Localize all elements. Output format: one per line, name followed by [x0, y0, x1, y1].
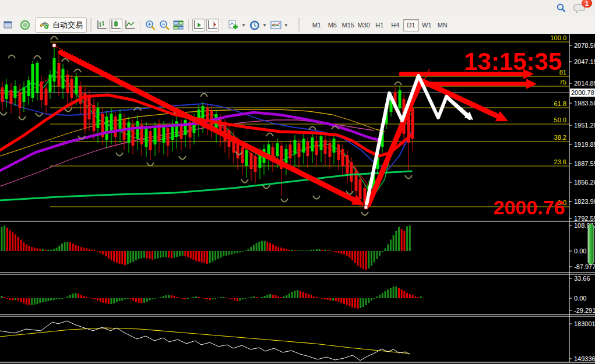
trader-hat-icon — [40, 20, 50, 30]
toolbar-separator — [188, 19, 189, 31]
timeframe-toolbar-grip[interactable] — [297, 19, 301, 31]
template-dropdown-caret[interactable]: ▼ — [284, 23, 288, 28]
svg-text:2000.78: 2000.78 — [571, 89, 594, 96]
svg-text:2000.76: 2000.76 — [494, 196, 565, 218]
svg-text:61.8: 61.8 — [554, 100, 566, 107]
svg-text:1919.85: 1919.85 — [574, 141, 595, 148]
candlestick-mode-button[interactable] — [110, 19, 122, 31]
toolbar-grip[interactable] — [89, 19, 93, 31]
svg-text:75: 75 — [559, 79, 566, 86]
timeframe-button-H1[interactable]: H1 — [372, 19, 388, 31]
toolbar-separator — [223, 19, 223, 31]
timeframe-button-M30[interactable]: M30 — [356, 19, 372, 31]
timeframe-button-M1[interactable]: M1 — [309, 19, 325, 31]
chart-area[interactable]: 100.0817561.850.038.223.60.02078.502047.… — [0, 34, 595, 364]
line-chart-icon — [124, 20, 136, 30]
chart-template-icon — [270, 20, 282, 30]
periods-button[interactable] — [248, 19, 261, 31]
candlestick-icon — [110, 20, 122, 30]
svg-text:1792.55: 1792.55 — [574, 215, 595, 222]
svg-text:38.2: 38.2 — [554, 134, 566, 141]
svg-text:1823.90: 1823.90 — [574, 198, 595, 205]
svg-text:23.6: 23.6 — [554, 158, 566, 165]
bar-chart-mode-button[interactable] — [96, 19, 108, 31]
chart-shift-button[interactable] — [206, 19, 219, 31]
auto-trading-button[interactable]: 自动交易 — [36, 17, 87, 33]
tile-windows-icon — [172, 20, 184, 30]
add-indicator-icon — [227, 20, 240, 31]
periods-dropdown-caret[interactable]: ▼ — [262, 23, 267, 28]
auto-scroll-button[interactable] — [192, 19, 205, 31]
svg-text:18300102: 18300102 — [574, 320, 595, 327]
notification-badge: 1 — [582, 0, 592, 8]
main-toolbar: 自动交易 — [0, 16, 595, 34]
svg-text:2047.15: 2047.15 — [574, 58, 595, 65]
signal-icon[interactable] — [19, 19, 31, 31]
zoom-in-button[interactable] — [144, 19, 157, 31]
zoom-out-button[interactable] — [158, 19, 171, 31]
line-chart-mode-button[interactable] — [124, 19, 136, 31]
svg-text:1856.20: 1856.20 — [574, 179, 595, 186]
timeframe-button-D1[interactable]: D1 — [403, 19, 419, 31]
current-price-label: 2000.78 — [570, 89, 595, 97]
svg-text:14933647: 14933647 — [574, 355, 595, 362]
timeframe-button-MN[interactable]: MN — [435, 19, 450, 31]
chat-icon[interactable]: 1 — [573, 2, 587, 15]
timeframe-toolbar: M1M5M15M30H1H4D1W1MN — [309, 19, 450, 31]
svg-text:100.0: 100.0 — [550, 34, 566, 41]
chart-scrollbar-thumb[interactable] — [588, 224, 594, 264]
timeframe-button-W1[interactable]: W1 — [419, 19, 435, 31]
svg-text:33.66: 33.66 — [574, 275, 590, 282]
indicators-dropdown-caret[interactable]: ▼ — [241, 23, 246, 28]
timeframe-button-M15[interactable]: M15 — [340, 19, 356, 31]
trading-terminal-window: { "topbar": { "chat_badge": "1", "icons"… — [0, 0, 595, 364]
search-icon[interactable] — [555, 2, 568, 15]
partial-left-icon[interactable] — [1, 19, 13, 31]
timeframe-button-H4[interactable]: H4 — [388, 19, 403, 31]
svg-text:2078.50: 2078.50 — [574, 42, 595, 49]
zoom-out-icon — [159, 20, 170, 31]
svg-text:-29.2915: -29.2915 — [574, 307, 595, 314]
magnifier-glyph — [556, 3, 566, 13]
toolbar-separator — [140, 19, 140, 31]
auto-trading-label: 自动交易 — [52, 20, 83, 30]
timeframe-button-M5[interactable]: M5 — [325, 19, 340, 31]
zoom-in-icon — [145, 20, 156, 31]
bar-chart-icon — [96, 20, 108, 30]
indicators-button[interactable] — [227, 19, 240, 31]
broadcast-signal-glyph — [20, 20, 30, 30]
chart-shift-icon — [207, 20, 219, 30]
svg-text:0.00: 0.00 — [574, 295, 586, 302]
svg-text:0.00: 0.00 — [574, 248, 586, 255]
template-button[interactable] — [269, 19, 283, 31]
svg-text:13:15:35: 13:15:35 — [464, 48, 562, 75]
svg-text:50.0: 50.0 — [554, 116, 566, 123]
auto-scroll-icon — [193, 20, 205, 30]
svg-text:1983.50: 1983.50 — [574, 100, 595, 107]
svg-text:1951.20: 1951.20 — [574, 122, 595, 129]
tile-windows-button[interactable] — [172, 19, 185, 31]
chart-window-partial-glyph — [2, 20, 12, 30]
periods-clock-icon — [249, 20, 260, 31]
svg-text:1887.55: 1887.55 — [574, 160, 595, 167]
svg-text:2014.85: 2014.85 — [574, 80, 595, 87]
window-top-strip: 1 — [0, 0, 595, 17]
